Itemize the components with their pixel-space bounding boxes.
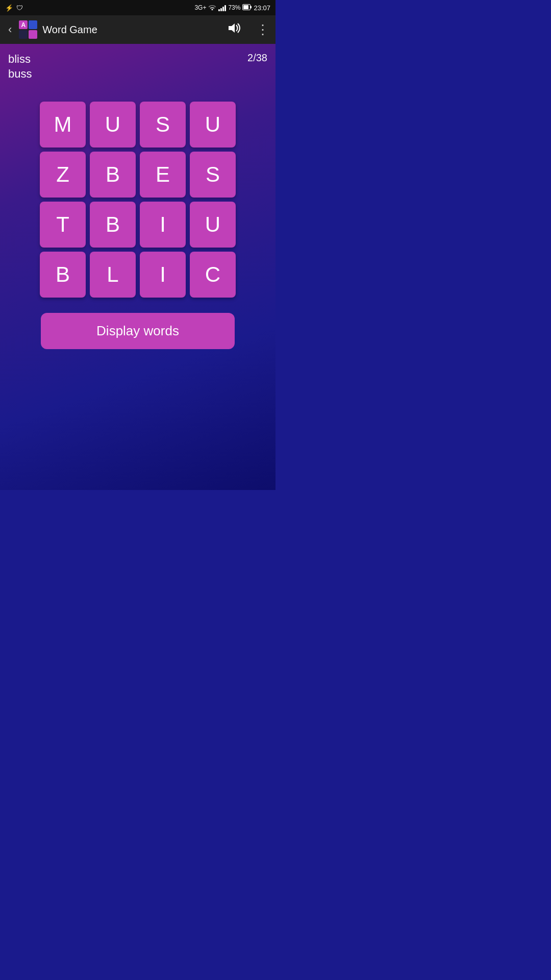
tile-c[interactable]: C: [190, 252, 236, 298]
tile-l[interactable]: L: [90, 252, 136, 298]
tile-i2[interactable]: I: [140, 252, 186, 298]
tile-e[interactable]: E: [140, 152, 186, 198]
tile-t[interactable]: T: [40, 202, 86, 248]
letter-grid: M U S U Z B E S T B I U B L I C: [40, 102, 236, 298]
tile-b1[interactable]: B: [90, 152, 136, 198]
tile-s1[interactable]: S: [140, 102, 186, 148]
tile-m[interactable]: M: [40, 102, 86, 148]
shield-icon: 🛡: [16, 4, 23, 12]
volume-button[interactable]: [229, 23, 243, 36]
app-title: Word Game: [42, 24, 223, 36]
words-area: bliss buss: [8, 52, 267, 81]
tile-u2[interactable]: U: [190, 102, 236, 148]
score-display: 2/38: [247, 52, 267, 64]
svg-rect-2: [251, 6, 252, 8]
app-bar: ‹ A Word Game ⋮: [0, 15, 276, 44]
tile-u3[interactable]: U: [190, 202, 236, 248]
wifi-icon: [208, 4, 216, 12]
network-type: 3G+: [194, 4, 206, 11]
logo-cell-pink: [29, 30, 37, 39]
usb-icon: ⚡: [5, 4, 13, 12]
tile-i1[interactable]: I: [140, 202, 186, 248]
svg-rect-1: [243, 5, 248, 9]
status-bar: ⚡ 🛡 3G+ 73% 23:07: [0, 0, 276, 15]
back-button[interactable]: ‹: [6, 21, 14, 38]
logo-cell-a: A: [19, 20, 28, 29]
menu-button[interactable]: ⋮: [256, 22, 269, 38]
signal-strength: [218, 4, 226, 11]
tile-s2[interactable]: S: [190, 152, 236, 198]
found-word-2: buss: [8, 67, 267, 82]
tile-b3[interactable]: B: [40, 252, 86, 298]
tile-u1[interactable]: U: [90, 102, 136, 148]
tile-z[interactable]: Z: [40, 152, 86, 198]
main-content: bliss buss 2/38 M U S U Z B E S T B I U …: [0, 44, 276, 490]
letter-grid-container: M U S U Z B E S T B I U B L I C: [8, 102, 267, 298]
found-word-1: bliss: [8, 52, 267, 67]
battery-icon: [242, 4, 252, 12]
display-words-button[interactable]: Display words: [41, 313, 235, 349]
status-left-icons: ⚡ 🛡: [5, 4, 23, 12]
app-logo: A: [19, 20, 37, 39]
tile-b2[interactable]: B: [90, 202, 136, 248]
logo-cell-dark: [19, 30, 28, 39]
clock: 23:07: [254, 4, 270, 12]
status-right-info: 3G+ 73% 23:07: [194, 4, 270, 12]
svg-marker-3: [229, 23, 235, 33]
battery-level: 73%: [228, 4, 240, 11]
logo-cell-blue: [29, 20, 37, 29]
